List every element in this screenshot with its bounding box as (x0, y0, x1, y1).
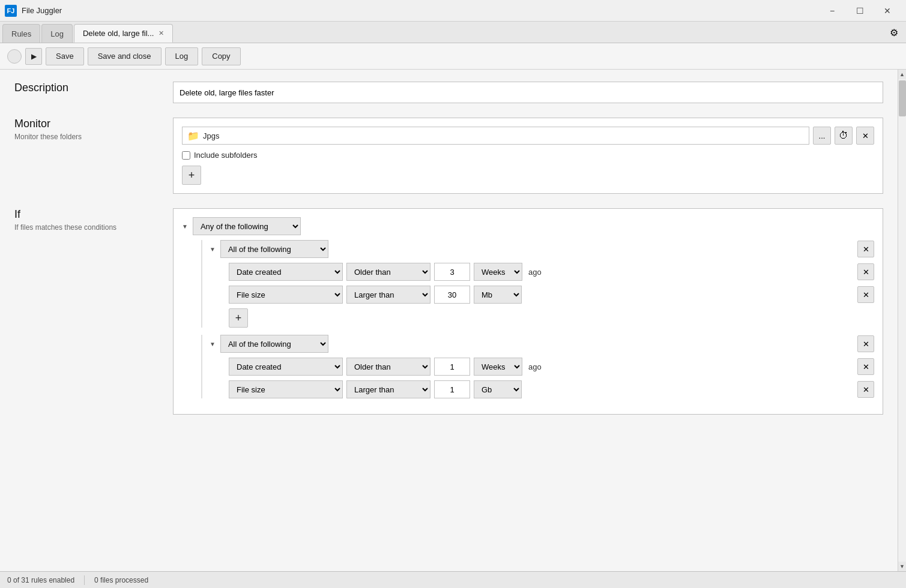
app-title: File Juggler (22, 6, 62, 15)
group1-header: ▼ All of the following Any of the follow… (210, 240, 874, 258)
tab-edit-label: Delete old, large fil... (83, 29, 154, 38)
remove-group1-button[interactable]: ✕ (857, 241, 874, 257)
tab-close-icon[interactable]: ✕ (159, 29, 164, 37)
if-box: ▼ Any of the following All of the follow… (173, 208, 883, 415)
tab-rules-label: Rules (11, 29, 31, 38)
files-processed-status: 0 files processed (94, 576, 148, 584)
minimize-button[interactable]: − (818, 0, 846, 22)
group1-triangle[interactable]: ▼ (210, 246, 216, 253)
cond-2-2-unit[interactable]: Gb Mb Kb (474, 380, 522, 398)
condition-1-1: Date created Date modified File size Fil… (229, 263, 874, 281)
cond-1-2-operator[interactable]: Larger than Smaller than Is (346, 286, 430, 304)
top-group-triangle[interactable]: ▼ (182, 223, 188, 230)
monitor-content: 📁 Jpgs ... ⏱ ✕ Include subfolders + (173, 118, 883, 194)
folder-icon: 📁 (187, 130, 199, 142)
browse-button[interactable]: ... (813, 127, 831, 145)
cond-1-2-field[interactable]: File size Date created Date modified Fil… (229, 286, 343, 304)
close-button[interactable]: ✕ (874, 0, 901, 22)
tab-log[interactable]: Log (41, 24, 73, 43)
save-button[interactable]: Save (46, 47, 84, 65)
play-icon: ▶ (31, 52, 37, 61)
app-icon: FJ (5, 5, 17, 17)
status-divider (84, 575, 85, 585)
add-condition-group1-button[interactable]: + (229, 308, 248, 328)
add-folder-button[interactable]: + (182, 166, 201, 185)
folder-path-display: 📁 Jpgs (182, 127, 809, 145)
cond-1-2-unit[interactable]: Mb Gb Kb (474, 286, 522, 304)
window-controls: − ☐ ✕ (818, 0, 901, 22)
cond-2-2-value[interactable] (434, 380, 470, 398)
description-section: Description (14, 82, 883, 103)
rules-enabled-status: 0 of 31 rules enabled (7, 576, 74, 584)
remove-cond-2-2-button[interactable]: ✕ (857, 381, 874, 398)
copy-button[interactable]: Copy (202, 47, 240, 65)
content-area: Description Monitor Monitor these folder… (0, 70, 898, 571)
settings-button[interactable]: ⚙ (882, 22, 906, 43)
toolbar: ▶ Save Save and close Log Copy (0, 43, 906, 70)
description-content (173, 82, 883, 103)
include-subfolders-row: Include subfolders (182, 151, 874, 160)
description-input[interactable] (173, 82, 883, 103)
folder-path-text: Jpgs (203, 131, 219, 140)
include-subfolders-label: Include subfolders (194, 151, 258, 160)
play-button[interactable]: ▶ (25, 48, 42, 65)
condition-2-1: Date created Date modified File size Fil… (229, 358, 874, 376)
description-heading: Description (14, 82, 159, 94)
monitor-heading: Monitor (14, 118, 159, 130)
if-section: If If files matches these conditions ▼ A… (14, 208, 883, 415)
cond-1-1-unit[interactable]: Weeks Days Months Years (474, 263, 522, 281)
remove-folder-button[interactable]: ✕ (856, 127, 874, 145)
timer-button[interactable]: ⏱ (835, 127, 853, 145)
condition-2-2: File size Date created Date modified Fil… (229, 380, 874, 398)
include-subfolders-checkbox[interactable] (182, 151, 190, 160)
remove-cond-1-1-button[interactable]: ✕ (857, 263, 874, 280)
group2-header: ▼ All of the following Any of the follow… (210, 335, 874, 353)
cond-1-1-operator[interactable]: Older than Newer than Is (346, 263, 430, 281)
group2-select[interactable]: All of the following Any of the followin… (220, 335, 328, 353)
monitor-label-area: Monitor Monitor these folders (14, 118, 159, 141)
save-close-button[interactable]: Save and close (88, 47, 162, 65)
tab-rules[interactable]: Rules (2, 24, 40, 43)
stop-button[interactable] (7, 49, 22, 64)
monitor-section: Monitor Monitor these folders 📁 Jpgs ...… (14, 118, 883, 194)
top-group-header: ▼ Any of the following All of the follow… (182, 217, 874, 235)
cond-2-1-suffix: ago (528, 362, 542, 371)
scroll-up-button[interactable]: ▲ (898, 70, 907, 79)
maximize-button[interactable]: ☐ (846, 0, 874, 22)
tab-log-label: Log (50, 29, 64, 38)
cond-2-1-unit[interactable]: Weeks Days Months Years (474, 358, 522, 376)
tab-edit[interactable]: Delete old, large fil... ✕ (74, 24, 174, 43)
if-content: ▼ Any of the following All of the follow… (173, 208, 883, 415)
cond-2-2-operator[interactable]: Larger than Smaller than Is (346, 380, 430, 398)
scroll-thumb[interactable] (899, 80, 906, 116)
cond-1-1-field[interactable]: Date created Date modified File size Fil… (229, 263, 343, 281)
monitor-box: 📁 Jpgs ... ⏱ ✕ Include subfolders + (173, 118, 883, 194)
cond-1-1-suffix: ago (528, 268, 542, 277)
cond-2-1-field[interactable]: Date created Date modified File size Fil… (229, 358, 343, 376)
if-label-area: If If files matches these conditions (14, 208, 159, 232)
title-bar: FJ File Juggler − ☐ ✕ (0, 0, 906, 22)
scrollbar[interactable]: ▲ ▼ (898, 70, 906, 571)
title-bar-left: FJ File Juggler (5, 5, 62, 17)
remove-cond-2-1-button[interactable]: ✕ (857, 358, 874, 375)
cond-2-1-operator[interactable]: Older than Newer than Is (346, 358, 430, 376)
cond-2-2-field[interactable]: File size Date created Date modified Fil… (229, 380, 343, 398)
top-group-select[interactable]: Any of the following All of the followin… (193, 217, 301, 235)
description-label-area: Description (14, 82, 159, 97)
condition-1-2: File size Date created Date modified Fil… (229, 286, 874, 304)
monitor-folder-row: 📁 Jpgs ... ⏱ ✕ (182, 127, 874, 145)
main-area: Description Monitor Monitor these folder… (0, 70, 906, 571)
condition-group-1: ▼ All of the following Any of the follow… (201, 240, 874, 328)
remove-group2-button[interactable]: ✕ (857, 335, 874, 352)
log-button[interactable]: Log (165, 47, 199, 65)
group2-triangle[interactable]: ▼ (210, 341, 216, 347)
group1-select[interactable]: All of the following Any of the followin… (220, 240, 328, 258)
cond-1-2-value[interactable] (434, 286, 470, 304)
cond-2-1-value[interactable] (434, 358, 470, 376)
remove-cond-1-2-button[interactable]: ✕ (857, 286, 874, 303)
if-subheading: If files matches these conditions (14, 223, 159, 232)
status-bar: 0 of 31 rules enabled 0 files processed (0, 571, 906, 588)
scroll-down-button[interactable]: ▼ (898, 562, 907, 571)
if-heading: If (14, 208, 159, 221)
cond-1-1-value[interactable] (434, 263, 470, 281)
